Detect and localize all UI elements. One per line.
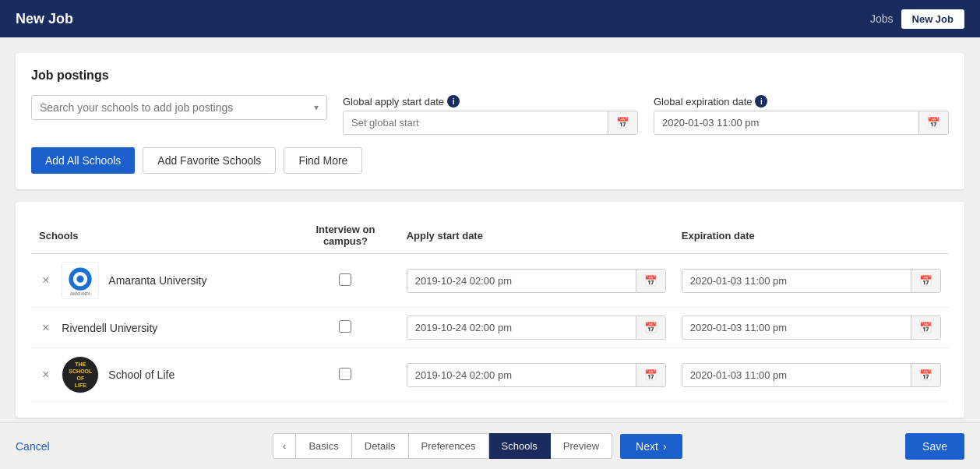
global-expiration-label: Global expiration date i xyxy=(654,95,949,108)
svg-text:AMARANTA: AMARANTA xyxy=(70,292,91,296)
global-expiration-input[interactable] xyxy=(654,111,918,134)
global-apply-label: Global apply start date i xyxy=(343,95,638,108)
global-apply-info-icon[interactable]: i xyxy=(447,95,460,108)
school-search-dropdown[interactable]: ▾ xyxy=(31,95,327,120)
job-postings-card: Job postings ▾ Global apply start date i… xyxy=(16,53,964,189)
school-logo: THESCHOOLOFLIFE xyxy=(62,356,99,393)
page-title: New Job xyxy=(16,11,73,27)
expiration-wrapper: 📅 xyxy=(682,316,941,340)
apply-start-wrapper: 📅 xyxy=(407,269,666,293)
global-apply-input-wrapper: 📅 xyxy=(343,111,638,135)
expiration-cell: 📅 xyxy=(674,254,949,308)
apply-start-input[interactable] xyxy=(407,364,636,386)
add-favorite-schools-button[interactable]: Add Favorite Schools xyxy=(143,147,276,174)
schools-table: Schools Interview on campus? Apply start… xyxy=(31,217,949,402)
apply-start-wrapper: 📅 xyxy=(407,316,666,340)
col-expiration: Expiration date xyxy=(674,217,949,254)
expiration-input[interactable] xyxy=(682,270,911,292)
expiration-cell: 📅 xyxy=(674,348,949,402)
interview-checkbox-cell xyxy=(292,254,399,308)
apply-start-calendar-button[interactable]: 📅 xyxy=(636,270,665,292)
school-cell: × AMARANTA Amaranta University xyxy=(31,254,292,308)
new-job-button[interactable]: New Job xyxy=(901,9,964,29)
global-expiration-calendar-button[interactable]: 📅 xyxy=(918,111,948,134)
interview-checkbox[interactable] xyxy=(339,273,351,286)
expiration-calendar-button[interactable]: 📅 xyxy=(911,316,940,339)
apply-start-cell: 📅 xyxy=(399,254,674,308)
global-expiration-input-wrapper: 📅 xyxy=(654,111,949,135)
apply-start-calendar-button[interactable]: 📅 xyxy=(636,364,665,386)
global-apply-input[interactable] xyxy=(344,111,608,134)
global-apply-date-group: Global apply start date i 📅 xyxy=(343,95,638,135)
school-search-input[interactable] xyxy=(40,101,314,114)
table-row: × Rivendell University 📅 📅 xyxy=(31,308,949,348)
add-all-schools-button[interactable]: Add All Schools xyxy=(31,147,135,174)
find-more-button[interactable]: Find More xyxy=(284,147,362,174)
remove-school-button[interactable]: × xyxy=(39,274,52,287)
school-name: Rivendell University xyxy=(62,322,157,334)
job-postings-title: Job postings xyxy=(31,69,949,83)
jobs-link[interactable]: Jobs xyxy=(870,12,894,25)
interview-checkbox-cell xyxy=(292,308,399,348)
remove-school-button[interactable]: × xyxy=(39,322,52,334)
global-expiration-date-group: Global expiration date i 📅 xyxy=(654,95,949,135)
expiration-calendar-button[interactable]: 📅 xyxy=(911,364,940,386)
school-logo: AMARANTA xyxy=(62,262,99,299)
col-apply-start: Apply start date xyxy=(399,217,674,254)
apply-start-cell: 📅 xyxy=(399,348,674,402)
apply-start-cell: 📅 xyxy=(399,308,674,348)
school-cell: × Rivendell University xyxy=(31,308,292,348)
expiration-wrapper: 📅 xyxy=(682,269,941,293)
school-row-cell: × THESCHOOLOFLIFE School of Life xyxy=(39,356,284,393)
school-row-cell: × AMARANTA Amaranta University xyxy=(39,262,284,299)
apply-start-input[interactable] xyxy=(407,316,636,339)
school-cell: × THESCHOOLOFLIFE School of Life xyxy=(31,348,292,402)
remove-school-button[interactable]: × xyxy=(39,368,52,381)
apply-start-input[interactable] xyxy=(407,270,636,292)
global-expiration-info-icon[interactable]: i xyxy=(755,95,767,108)
school-name: Amaranta University xyxy=(108,274,206,287)
interview-checkbox[interactable] xyxy=(339,368,351,380)
expiration-input[interactable] xyxy=(682,316,911,339)
table-row: × AMARANTA Amaranta University 📅 📅 xyxy=(31,254,949,308)
chevron-down-icon: ▾ xyxy=(314,102,319,113)
top-bar: New Job Jobs New Job xyxy=(0,0,980,37)
interview-checkbox[interactable] xyxy=(339,320,351,333)
expiration-cell: 📅 xyxy=(674,308,949,348)
apply-start-wrapper: 📅 xyxy=(407,363,666,387)
school-row-cell: × Rivendell University xyxy=(39,322,284,334)
col-interview: Interview on campus? xyxy=(292,217,399,254)
interview-checkbox-cell xyxy=(292,348,399,402)
main-content: Job postings ▾ Global apply start date i… xyxy=(0,37,980,422)
job-postings-top: ▾ Global apply start date i 📅 Global exp… xyxy=(31,95,949,135)
svg-point-2 xyxy=(77,276,84,283)
top-nav: Jobs New Job xyxy=(870,9,964,29)
schools-table-card: Schools Interview on campus? Apply start… xyxy=(16,202,964,418)
expiration-wrapper: 📅 xyxy=(682,363,941,387)
action-buttons-row: Add All Schools Add Favorite Schools Fin… xyxy=(31,147,949,174)
expiration-calendar-button[interactable]: 📅 xyxy=(911,270,940,292)
global-apply-calendar-button[interactable]: 📅 xyxy=(608,111,637,134)
expiration-input[interactable] xyxy=(682,364,911,386)
apply-start-calendar-button[interactable]: 📅 xyxy=(636,316,665,339)
school-name: School of Life xyxy=(108,368,174,381)
table-row: × THESCHOOLOFLIFE School of Life 📅 📅 xyxy=(31,348,949,402)
col-schools: Schools xyxy=(31,217,292,254)
